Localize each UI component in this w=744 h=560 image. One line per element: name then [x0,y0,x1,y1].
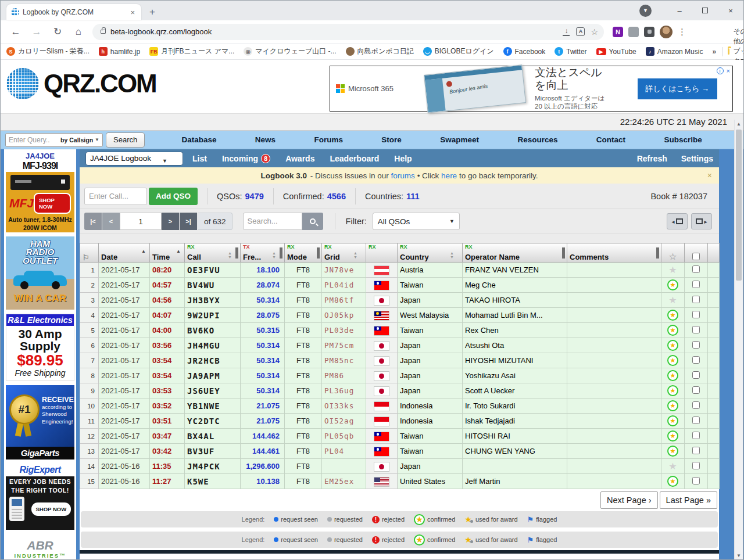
confirmed-star-icon[interactable]: ★ [667,325,678,336]
qso-callsign[interactable]: JS6UEY [185,383,241,399]
confirmed-star-icon[interactable]: ★ [667,310,678,321]
mfj-shop-now-button[interactable]: SHOP NOW [34,193,71,214]
nav-item-database[interactable]: Database [181,135,216,144]
chrome-status-icon[interactable]: ▼ [639,5,652,17]
bookmark-item[interactable]: SカロリーSlism - 栄養... [6,46,90,56]
profile-avatar[interactable] [660,26,673,38]
bookmarks-overflow-icon[interactable]: » [712,48,716,56]
reload-icon[interactable]: ↻ [49,24,66,40]
prev-page-button[interactable]: < [102,213,120,230]
qso-callsign[interactable]: YB1NWE [185,399,241,414]
qso-callsign[interactable]: BX4AL [185,429,241,444]
add-qso-button[interactable]: Add QSO [149,188,198,205]
row-checkbox[interactable] [692,341,700,349]
row-checkbox[interactable] [692,311,700,318]
row-checkbox[interactable] [692,265,700,273]
unconfirmed-star-icon[interactable]: ★ [668,265,677,275]
bookmark-item[interactable]: tTwitter [555,47,586,56]
qso-callsign[interactable]: JR2HCB [185,353,241,368]
translate-icon[interactable]: A [576,27,585,36]
gigaparts-ad[interactable]: #1 RECEIVER according toSherwoodEngineer… [6,385,74,460]
close-button[interactable]: × [718,2,743,19]
logbook-menu-leaderboard[interactable]: Leaderboard [330,154,379,163]
puzzle-extensions-icon[interactable] [644,27,654,37]
mfj-ad[interactable]: MFJ-939I MFJ SHOP NOW Auto tuner, 1.8-30… [6,160,74,232]
confirmed-star-icon[interactable]: ★ [667,476,678,487]
row-checkbox[interactable] [692,386,700,394]
unconfirmed-star-icon[interactable]: ★ [668,461,677,471]
next-page-link-button[interactable]: Next Page › [600,491,658,509]
bookmark-item[interactable]: ◎マイクロウェーブ山口 -... [244,46,336,56]
scroll-up-icon[interactable]: ▲ [735,120,743,128]
row-checkbox[interactable] [692,417,700,424]
nav-item-forums[interactable]: Forums [314,135,343,144]
lock-icon[interactable] [101,30,106,34]
new-tab-button[interactable]: + [145,5,160,20]
ad-close-icon[interactable]: × [727,67,730,74]
confirmed-star-icon[interactable]: ★ [667,385,678,396]
first-page-button[interactable]: |< [84,213,102,230]
row-checkbox[interactable] [692,447,700,454]
confirmed-star-icon[interactable]: ★ [667,415,678,426]
home-icon[interactable]: ⌂ [70,24,87,40]
qso-callsign[interactable]: K5WE [185,474,241,489]
confirmed-star-icon[interactable]: ★ [667,355,678,366]
row-checkbox[interactable] [692,432,700,439]
qrz-logo[interactable]: QRZ.COM [6,68,156,99]
last-page-link-button[interactable]: Last Page » [660,491,717,509]
minimize-button[interactable]: – [667,2,692,19]
qso-callsign[interactable]: BV3UF [185,444,241,459]
scrollbar-thumb[interactable] [736,130,742,281]
header-date[interactable]: Date▲ [99,243,150,263]
scroll-down-icon[interactable]: ▼ [735,551,743,560]
logbook-menu-list[interactable]: List [192,154,207,163]
header-grid[interactable]: RXGrid▲▼ [322,243,366,263]
bookmark-item[interactable]: ◡BIGLOBEログイン [423,46,494,56]
ad-banner[interactable]: Microsoft 365 Bonjour les amis 文法とスペルを向上… [330,66,733,112]
column-resizer[interactable] [317,247,320,259]
qso-callsign[interactable]: JA9APM [185,368,241,383]
select-all-checkbox[interactable] [692,253,700,260]
row-checkbox[interactable] [692,462,700,469]
confirmed-star-icon[interactable]: ★ [667,340,678,351]
logbook-menu-refresh[interactable]: Refresh [637,154,667,163]
rigexpert-ad[interactable]: RigExpert EVERY JOB NEEDS THE RIGHT TOOL… [6,464,74,530]
header-flag[interactable]: RX [366,243,398,263]
forums-link[interactable]: forums [391,171,415,180]
nav-item-resources[interactable]: Resources [517,135,557,144]
query-scope-select[interactable]: by Callsign [60,137,93,143]
menu-dots-icon[interactable]: ⋮ [678,27,686,37]
bookmark-star-icon[interactable]: ☆ [591,27,598,37]
filter-select[interactable]: All QSOs▼ [373,213,460,230]
header-operator[interactable]: RXOperator Name [463,243,567,263]
bookmark-item[interactable]: ♪Amazon Music [646,47,703,56]
nav-item-contact[interactable]: Contact [596,135,625,144]
go-back-link[interactable]: here [441,171,457,180]
ad-cta-button[interactable]: 詳しくはこちら → [638,78,717,99]
confirmed-star-icon[interactable]: ★ [667,279,678,290]
bookmark-item[interactable]: FB月刊FBニュース アマ... [149,46,234,56]
enter-call-input[interactable]: Enter Call... [84,188,147,205]
download-icon[interactable]: ↓ [562,28,570,36]
qso-callsign[interactable]: JM4PCK [185,459,241,474]
rl-electronics-ad[interactable]: R&L Electronics 30 AmpSupply $89.95 Free… [6,314,74,381]
header-frequency[interactable]: TXFre...▲▼ [241,243,285,263]
nav-item-swapmeet[interactable]: Swapmeet [440,135,479,144]
layout-toggle-button[interactable]: ▸ [691,213,712,229]
browser-tab[interactable]: Logbook by QRZ.COM × [6,4,141,20]
logbook-select[interactable]: JA4JOE Logbook ▼ [85,152,183,166]
address-bar[interactable]: beta-logbook.qrz.com/logbook ↓ A ☆ [92,24,604,40]
logbook-menu-settings[interactable]: Settings [681,154,713,163]
bookmark-item[interactable]: 向島ポンポコ日記 [346,46,414,56]
column-resizer[interactable] [656,247,659,259]
nav-item-news[interactable]: News [255,135,276,144]
rigexpert-shop-now-button[interactable]: SHOP NOW [31,502,71,516]
header-call[interactable]: RXCall▲▼ [185,243,241,263]
confirmed-star-icon[interactable]: ★ [667,370,678,381]
header-mode[interactable]: RXMode [285,243,322,263]
onenote-extension-icon[interactable]: N [613,27,623,37]
confirmed-star-icon[interactable]: ★ [667,446,678,457]
header-star[interactable]: ☆ [661,243,685,263]
last-page-button[interactable]: >| [180,213,197,230]
back-icon[interactable]: ← [8,24,24,40]
